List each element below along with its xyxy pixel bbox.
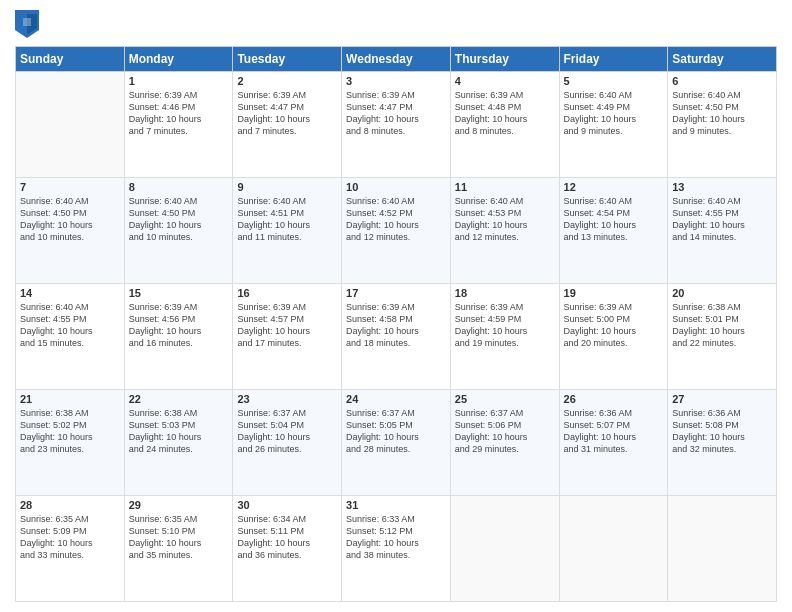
calendar-cell: 1Sunrise: 6:39 AM Sunset: 4:46 PM Daylig… <box>124 72 233 178</box>
day-info: Sunrise: 6:40 AM Sunset: 4:50 PM Dayligh… <box>129 195 229 244</box>
calendar-cell: 5Sunrise: 6:40 AM Sunset: 4:49 PM Daylig… <box>559 72 668 178</box>
day-number: 24 <box>346 393 446 405</box>
day-number: 19 <box>564 287 664 299</box>
calendar-cell: 11Sunrise: 6:40 AM Sunset: 4:53 PM Dayli… <box>450 178 559 284</box>
day-number: 5 <box>564 75 664 87</box>
day-number: 16 <box>237 287 337 299</box>
day-info: Sunrise: 6:34 AM Sunset: 5:11 PM Dayligh… <box>237 513 337 562</box>
calendar-table: Sunday Monday Tuesday Wednesday Thursday… <box>15 46 777 602</box>
day-number: 7 <box>20 181 120 193</box>
calendar-cell: 10Sunrise: 6:40 AM Sunset: 4:52 PM Dayli… <box>342 178 451 284</box>
calendar-cell <box>450 496 559 602</box>
day-number: 15 <box>129 287 229 299</box>
day-info: Sunrise: 6:39 AM Sunset: 4:56 PM Dayligh… <box>129 301 229 350</box>
calendar-cell: 7Sunrise: 6:40 AM Sunset: 4:50 PM Daylig… <box>16 178 125 284</box>
day-info: Sunrise: 6:40 AM Sunset: 4:55 PM Dayligh… <box>20 301 120 350</box>
calendar-cell: 8Sunrise: 6:40 AM Sunset: 4:50 PM Daylig… <box>124 178 233 284</box>
week-row-3: 14Sunrise: 6:40 AM Sunset: 4:55 PM Dayli… <box>16 284 777 390</box>
page: Sunday Monday Tuesday Wednesday Thursday… <box>0 0 792 612</box>
day-number: 23 <box>237 393 337 405</box>
day-info: Sunrise: 6:39 AM Sunset: 4:48 PM Dayligh… <box>455 89 555 138</box>
calendar-header-row: Sunday Monday Tuesday Wednesday Thursday… <box>16 47 777 72</box>
day-number: 2 <box>237 75 337 87</box>
day-info: Sunrise: 6:40 AM Sunset: 4:49 PM Dayligh… <box>564 89 664 138</box>
day-info: Sunrise: 6:36 AM Sunset: 5:08 PM Dayligh… <box>672 407 772 456</box>
day-info: Sunrise: 6:40 AM Sunset: 4:54 PM Dayligh… <box>564 195 664 244</box>
day-info: Sunrise: 6:40 AM Sunset: 4:50 PM Dayligh… <box>672 89 772 138</box>
day-info: Sunrise: 6:38 AM Sunset: 5:01 PM Dayligh… <box>672 301 772 350</box>
day-info: Sunrise: 6:35 AM Sunset: 5:09 PM Dayligh… <box>20 513 120 562</box>
calendar-cell: 30Sunrise: 6:34 AM Sunset: 5:11 PM Dayli… <box>233 496 342 602</box>
day-info: Sunrise: 6:40 AM Sunset: 4:53 PM Dayligh… <box>455 195 555 244</box>
col-monday: Monday <box>124 47 233 72</box>
day-info: Sunrise: 6:35 AM Sunset: 5:10 PM Dayligh… <box>129 513 229 562</box>
calendar-cell: 25Sunrise: 6:37 AM Sunset: 5:06 PM Dayli… <box>450 390 559 496</box>
week-row-5: 28Sunrise: 6:35 AM Sunset: 5:09 PM Dayli… <box>16 496 777 602</box>
day-info: Sunrise: 6:40 AM Sunset: 4:50 PM Dayligh… <box>20 195 120 244</box>
day-number: 8 <box>129 181 229 193</box>
day-info: Sunrise: 6:39 AM Sunset: 4:47 PM Dayligh… <box>237 89 337 138</box>
day-info: Sunrise: 6:39 AM Sunset: 4:59 PM Dayligh… <box>455 301 555 350</box>
calendar-cell <box>559 496 668 602</box>
calendar-cell: 26Sunrise: 6:36 AM Sunset: 5:07 PM Dayli… <box>559 390 668 496</box>
calendar-cell <box>668 496 777 602</box>
day-number: 18 <box>455 287 555 299</box>
calendar-cell: 19Sunrise: 6:39 AM Sunset: 5:00 PM Dayli… <box>559 284 668 390</box>
day-info: Sunrise: 6:39 AM Sunset: 4:47 PM Dayligh… <box>346 89 446 138</box>
day-number: 30 <box>237 499 337 511</box>
calendar-cell: 3Sunrise: 6:39 AM Sunset: 4:47 PM Daylig… <box>342 72 451 178</box>
calendar-cell: 4Sunrise: 6:39 AM Sunset: 4:48 PM Daylig… <box>450 72 559 178</box>
calendar-cell <box>16 72 125 178</box>
day-info: Sunrise: 6:39 AM Sunset: 4:46 PM Dayligh… <box>129 89 229 138</box>
calendar-cell: 24Sunrise: 6:37 AM Sunset: 5:05 PM Dayli… <box>342 390 451 496</box>
day-number: 17 <box>346 287 446 299</box>
calendar-cell: 21Sunrise: 6:38 AM Sunset: 5:02 PM Dayli… <box>16 390 125 496</box>
calendar-cell: 31Sunrise: 6:33 AM Sunset: 5:12 PM Dayli… <box>342 496 451 602</box>
day-number: 29 <box>129 499 229 511</box>
day-info: Sunrise: 6:36 AM Sunset: 5:07 PM Dayligh… <box>564 407 664 456</box>
day-number: 9 <box>237 181 337 193</box>
week-row-1: 1Sunrise: 6:39 AM Sunset: 4:46 PM Daylig… <box>16 72 777 178</box>
day-number: 4 <box>455 75 555 87</box>
day-info: Sunrise: 6:40 AM Sunset: 4:52 PM Dayligh… <box>346 195 446 244</box>
calendar-cell: 14Sunrise: 6:40 AM Sunset: 4:55 PM Dayli… <box>16 284 125 390</box>
col-sunday: Sunday <box>16 47 125 72</box>
col-friday: Friday <box>559 47 668 72</box>
day-info: Sunrise: 6:39 AM Sunset: 4:58 PM Dayligh… <box>346 301 446 350</box>
col-tuesday: Tuesday <box>233 47 342 72</box>
day-info: Sunrise: 6:39 AM Sunset: 5:00 PM Dayligh… <box>564 301 664 350</box>
header <box>15 10 777 38</box>
calendar-cell: 16Sunrise: 6:39 AM Sunset: 4:57 PM Dayli… <box>233 284 342 390</box>
calendar-cell: 27Sunrise: 6:36 AM Sunset: 5:08 PM Dayli… <box>668 390 777 496</box>
calendar-cell: 22Sunrise: 6:38 AM Sunset: 5:03 PM Dayli… <box>124 390 233 496</box>
day-info: Sunrise: 6:38 AM Sunset: 5:02 PM Dayligh… <box>20 407 120 456</box>
week-row-4: 21Sunrise: 6:38 AM Sunset: 5:02 PM Dayli… <box>16 390 777 496</box>
day-number: 22 <box>129 393 229 405</box>
day-info: Sunrise: 6:33 AM Sunset: 5:12 PM Dayligh… <box>346 513 446 562</box>
calendar-cell: 13Sunrise: 6:40 AM Sunset: 4:55 PM Dayli… <box>668 178 777 284</box>
calendar-cell: 28Sunrise: 6:35 AM Sunset: 5:09 PM Dayli… <box>16 496 125 602</box>
day-number: 28 <box>20 499 120 511</box>
day-info: Sunrise: 6:38 AM Sunset: 5:03 PM Dayligh… <box>129 407 229 456</box>
calendar-cell: 2Sunrise: 6:39 AM Sunset: 4:47 PM Daylig… <box>233 72 342 178</box>
calendar-cell: 17Sunrise: 6:39 AM Sunset: 4:58 PM Dayli… <box>342 284 451 390</box>
calendar-cell: 29Sunrise: 6:35 AM Sunset: 5:10 PM Dayli… <box>124 496 233 602</box>
col-thursday: Thursday <box>450 47 559 72</box>
calendar-cell: 9Sunrise: 6:40 AM Sunset: 4:51 PM Daylig… <box>233 178 342 284</box>
day-number: 31 <box>346 499 446 511</box>
day-number: 13 <box>672 181 772 193</box>
day-info: Sunrise: 6:40 AM Sunset: 4:55 PM Dayligh… <box>672 195 772 244</box>
day-number: 25 <box>455 393 555 405</box>
day-info: Sunrise: 6:37 AM Sunset: 5:06 PM Dayligh… <box>455 407 555 456</box>
day-info: Sunrise: 6:40 AM Sunset: 4:51 PM Dayligh… <box>237 195 337 244</box>
calendar-cell: 18Sunrise: 6:39 AM Sunset: 4:59 PM Dayli… <box>450 284 559 390</box>
day-number: 11 <box>455 181 555 193</box>
col-saturday: Saturday <box>668 47 777 72</box>
calendar-cell: 20Sunrise: 6:38 AM Sunset: 5:01 PM Dayli… <box>668 284 777 390</box>
day-number: 12 <box>564 181 664 193</box>
day-number: 20 <box>672 287 772 299</box>
day-number: 26 <box>564 393 664 405</box>
calendar-cell: 23Sunrise: 6:37 AM Sunset: 5:04 PM Dayli… <box>233 390 342 496</box>
logo-icon <box>15 10 39 38</box>
day-info: Sunrise: 6:37 AM Sunset: 5:05 PM Dayligh… <box>346 407 446 456</box>
